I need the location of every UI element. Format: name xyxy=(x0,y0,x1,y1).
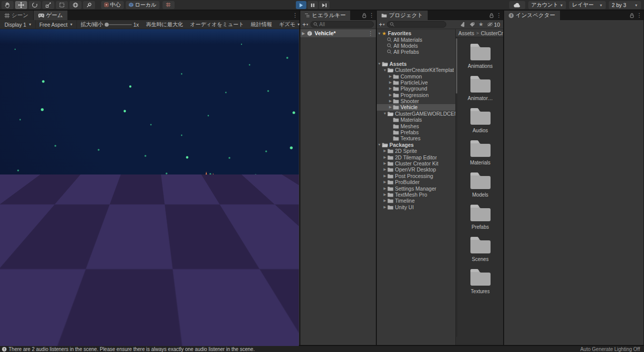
expand-arrow-icon[interactable]: ▶ xyxy=(382,193,387,197)
cloud-services-button[interactable] xyxy=(509,1,525,9)
expand-arrow-icon[interactable]: ▶ xyxy=(388,99,393,103)
tree-item[interactable]: ▶ Post Processing xyxy=(377,173,455,179)
step-button[interactable] xyxy=(319,1,330,9)
grid-snapping-button[interactable] xyxy=(163,1,175,9)
status-bar[interactable]: ! There are 2 audio listeners in the sce… xyxy=(0,345,644,352)
aspect-ratio-dropdown[interactable]: Free Aspect ▼ xyxy=(36,20,77,29)
tree-item[interactable]: ▶ Progression xyxy=(377,92,455,98)
folder-item[interactable]: Models xyxy=(459,171,502,198)
search-by-type-icon[interactable] xyxy=(460,22,466,27)
pivot-toggle-button[interactable]: 中心 xyxy=(101,1,124,9)
tree-item[interactable]: ▶ OpenVR Desktop xyxy=(377,166,455,172)
tree-item[interactable]: ▶ Common xyxy=(377,73,455,79)
folder-item[interactable]: Prefabs xyxy=(459,203,502,230)
expand-arrow-icon[interactable]: ▶ xyxy=(382,174,387,178)
project-create-button[interactable]: + ▾ xyxy=(379,21,385,28)
tree-item[interactable]: ▼ Assets xyxy=(377,61,455,67)
expand-arrow-icon[interactable]: ▶ xyxy=(388,86,393,91)
hierarchy-scene-row[interactable]: ▶ Vehicle* ⋮ xyxy=(300,29,376,37)
game-view-menu-icon[interactable]: ⋮ xyxy=(292,12,298,19)
tab-project[interactable]: プロジェクト xyxy=(377,11,428,20)
tab-scene[interactable]: シーン xyxy=(0,11,34,20)
hierarchy-menu-icon[interactable]: ⋮ xyxy=(369,12,374,19)
game-viewport[interactable] xyxy=(0,29,299,346)
expand-arrow-icon[interactable]: ▼ xyxy=(377,143,382,146)
tab-hierarchy[interactable]: ヒエラルキー xyxy=(300,11,351,20)
hierarchy-search-input[interactable]: All xyxy=(310,21,374,28)
expand-arrow-icon[interactable]: ▶ xyxy=(388,80,393,84)
tree-item[interactable]: ▼ Packages xyxy=(377,142,455,148)
display-dropdown[interactable]: Display 1 ▼ xyxy=(1,20,36,29)
expand-arrow-icon[interactable]: ▶ xyxy=(382,155,387,159)
tree-item[interactable]: ▶ Shooter xyxy=(377,98,455,104)
tree-item[interactable]: ▶ 2D Sprite xyxy=(377,148,455,154)
custom-tool-button[interactable] xyxy=(83,1,95,9)
favorites-header[interactable]: ▼ ★ Favorites xyxy=(377,30,455,36)
favorites-item[interactable]: All Models xyxy=(377,43,455,49)
expand-arrow-icon[interactable]: ▼ xyxy=(377,32,382,35)
scale-slider[interactable] xyxy=(105,24,132,25)
breadcrumb-current[interactable]: ClusterCre xyxy=(481,30,503,36)
expand-arrow-icon[interactable]: ▶ xyxy=(388,74,393,78)
expand-arrow-icon[interactable]: ▶ xyxy=(382,167,387,171)
tree-item[interactable]: ▶ Settings Manager xyxy=(377,185,455,191)
tree-item[interactable]: ▶ Playground xyxy=(377,85,455,92)
folder-item[interactable]: Textures xyxy=(459,268,502,294)
tab-inspector[interactable]: i インスペクター xyxy=(504,11,560,20)
rotate-tool-button[interactable] xyxy=(29,1,41,9)
expand-arrow-icon[interactable]: ▼ xyxy=(377,62,382,65)
tree-item[interactable]: Textures xyxy=(377,135,455,141)
expand-arrow-icon[interactable]: ▶ xyxy=(388,105,393,109)
lock-icon[interactable] xyxy=(630,13,634,18)
expand-arrow-icon[interactable]: ▼ xyxy=(382,112,387,115)
expand-arrow-icon[interactable]: ▶ xyxy=(302,31,305,36)
tree-item[interactable]: ▼ ClusterCreatorKitTemplat xyxy=(377,67,455,73)
scale-tool-button[interactable] xyxy=(42,1,54,9)
tree-item[interactable]: ▼ ClusterGAMEWORLDCENT xyxy=(377,111,455,117)
folder-item[interactable]: Animator… xyxy=(459,74,502,101)
tree-item[interactable]: ▶ Timeline xyxy=(377,198,455,204)
auto-generate-lighting-status[interactable]: Auto Generate Lighting Off xyxy=(580,346,640,352)
scene-row-menu-icon[interactable]: ⋮ xyxy=(368,30,373,37)
maximize-on-play-button[interactable]: 再生時に最大化 xyxy=(142,21,187,28)
rotation-toggle-button[interactable]: ローカル xyxy=(126,1,159,9)
tree-item[interactable]: ▶ ParticleLive xyxy=(377,79,455,85)
tree-item[interactable]: Prefabs xyxy=(377,129,455,135)
lock-icon[interactable] xyxy=(490,13,494,18)
layers-dropdown[interactable]: レイヤー ▼ xyxy=(569,1,606,9)
expand-arrow-icon[interactable]: ▶ xyxy=(382,205,387,209)
expand-arrow-icon[interactable]: ▶ xyxy=(382,187,387,191)
folder-item[interactable]: Animations xyxy=(459,42,502,69)
inspector-menu-icon[interactable]: ⋮ xyxy=(636,12,642,19)
tree-item[interactable]: ▶ Cluster Creator Kit xyxy=(377,160,455,166)
account-dropdown[interactable]: アカウント ▼ xyxy=(528,1,567,9)
hierarchy-create-button[interactable]: + ▾ xyxy=(302,21,308,28)
tree-item[interactable]: ▶ ProBuilder xyxy=(377,179,455,185)
transform-tool-button[interactable] xyxy=(69,1,82,9)
expand-arrow-icon[interactable]: ▶ xyxy=(382,149,387,153)
tree-item[interactable]: Meshes xyxy=(377,123,455,129)
expand-arrow-icon[interactable]: ▶ xyxy=(382,199,387,203)
scale-slider-knob[interactable] xyxy=(105,23,109,27)
expand-arrow-icon[interactable]: ▶ xyxy=(388,93,393,97)
mute-audio-button[interactable]: オーディオをミュート xyxy=(187,21,248,28)
favorites-item[interactable]: All Prefabs xyxy=(377,49,455,55)
expand-arrow-icon[interactable]: ▼ xyxy=(382,68,387,72)
tree-item[interactable]: ▶ Unity UI xyxy=(377,204,455,210)
folder-item[interactable]: Materials xyxy=(459,139,502,165)
move-tool-button[interactable] xyxy=(15,1,27,9)
rect-tool-button[interactable] xyxy=(56,1,68,9)
tree-item[interactable]: ▶ TextMesh Pro xyxy=(377,192,455,198)
stats-button[interactable]: 統計情報 xyxy=(248,21,276,28)
breadcrumb-root[interactable]: Assets xyxy=(458,30,474,36)
console-status-message[interactable]: There are 2 audio listeners in the scene… xyxy=(9,346,255,352)
folder-item[interactable]: Audios xyxy=(459,107,502,133)
hidden-count-toggle[interactable]: 10 xyxy=(487,22,500,28)
tree-item[interactable]: ▶ Vehicle xyxy=(377,104,455,110)
play-button[interactable] xyxy=(296,1,306,9)
pause-button[interactable] xyxy=(307,1,318,9)
expand-arrow-icon[interactable]: ▶ xyxy=(382,161,387,165)
tab-game[interactable]: ゲーム xyxy=(34,11,68,20)
tree-item[interactable]: ▶ 2D Tilemap Editor xyxy=(377,154,455,160)
tree-item[interactable]: Materials xyxy=(377,117,455,123)
